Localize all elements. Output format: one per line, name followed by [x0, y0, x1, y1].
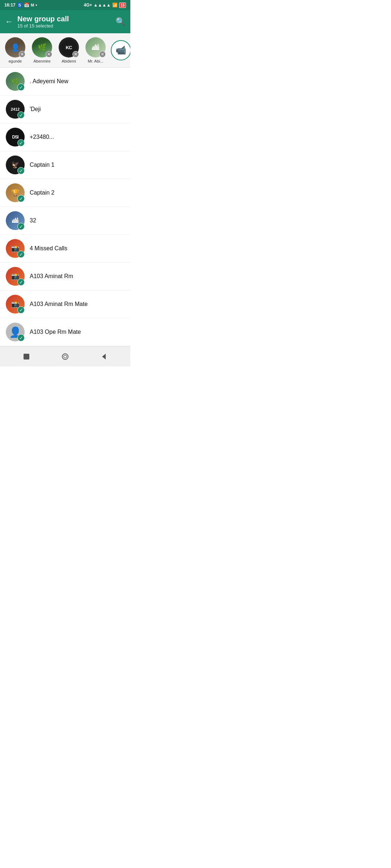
gmail-icon: M: [31, 3, 34, 7]
selected-chip-abenmire[interactable]: 🌿 ✕ Abenmire: [30, 37, 54, 63]
selected-check-9: ✓: [17, 306, 25, 314]
contact-item-deji[interactable]: 2412 ✓ 'Deji: [0, 95, 130, 123]
chip-avatar-wrap-4: 🏙 ✕: [85, 37, 106, 58]
selected-check-2: ✓: [17, 111, 25, 119]
selected-check-1: ✓: [17, 84, 25, 91]
selected-check-10: ✓: [17, 334, 25, 341]
status-bar: 16:17 S 📅 M • 4G+ ▲▲▲▲ 📶 15: [0, 0, 130, 10]
selected-check-6: ✓: [17, 223, 25, 230]
contact-item-4missed[interactable]: 📸 ✓ 4 Missed Calls: [0, 235, 130, 263]
contact-item-captain1[interactable]: 🦅 ✓ Captain 1: [0, 151, 130, 179]
selected-check-7: ✓: [17, 251, 25, 258]
contact-avatar-wrap-8: 📸 ✓: [6, 267, 25, 286]
contact-avatar-wrap-10: 👤 ✓: [6, 323, 25, 341]
selected-contacts-row: 👤 ✕ egunde 🌿 ✕ Abenmire KC ✕ Abidemi 🏙 ✕…: [0, 33, 130, 68]
contact-name-6: 32: [30, 217, 36, 224]
video-call-button[interactable]: 📹: [111, 40, 130, 60]
chip-avatar-wrap-2: 🌿 ✕: [32, 37, 52, 58]
status-right: 4G+ ▲▲▲▲ 📶 15: [84, 3, 126, 8]
nav-square-button[interactable]: [20, 350, 33, 363]
calendar-icon: 📅: [24, 3, 29, 8]
contact-avatar-wrap-6: 🏙 ✓: [6, 211, 25, 230]
contact-name-5: Captain 2: [30, 190, 55, 196]
contact-avatar-wrap-7: 📸 ✓: [6, 239, 25, 258]
status-left: 16:17 S 📅 M •: [4, 3, 37, 8]
contact-name-10: A103 Ope Rm Mate: [30, 329, 81, 335]
contact-name-9: A103 Aminat Rm Mate: [30, 301, 88, 307]
contact-name-7: 4 Missed Calls: [30, 245, 67, 252]
svg-rect-0: [24, 354, 29, 359]
contact-item-a103aminat[interactable]: 📸 ✓ A103 Aminat Rm: [0, 263, 130, 290]
chip-label-1: egunde: [9, 59, 22, 63]
nav-home-button[interactable]: [59, 350, 72, 363]
signal-icon: ▲▲▲▲: [93, 3, 111, 8]
contact-avatar-wrap-1: 🌿 ✓: [6, 72, 25, 91]
contact-avatar-wrap-2: 2412 ✓: [6, 100, 25, 119]
svg-point-1: [62, 354, 68, 359]
battery-icon: 15: [119, 3, 126, 8]
selection-count: 15 of 15 selected: [17, 23, 111, 29]
contact-item-23480[interactable]: DSI ✓ +23480...: [0, 123, 130, 151]
remove-badge-1[interactable]: ✕: [19, 51, 25, 58]
selected-check-3: ✓: [17, 139, 25, 146]
contact-avatar-wrap-5: 🏆 ✓: [6, 183, 25, 202]
remove-badge-2[interactable]: ✕: [46, 51, 52, 58]
svg-point-2: [64, 355, 67, 358]
contact-item-a103aminatmate[interactable]: 📸 ✓ A103 Aminat Rm Mate: [0, 290, 130, 318]
selected-chip-mrabi[interactable]: 🏙 ✕ Mr. Abi...: [84, 37, 107, 63]
selected-check-5: ✓: [17, 195, 25, 202]
app-bar: ← New group call 15 of 15 selected 🔍: [0, 10, 130, 33]
chip-label-4: Mr. Abi...: [88, 59, 104, 63]
chip-avatar-wrap-3: KC ✕: [59, 37, 79, 58]
contact-name-1: . Adeyemi New: [30, 78, 68, 85]
chip-label-3: Abidemi: [62, 59, 76, 63]
status-time: 16:17: [4, 3, 16, 8]
back-button[interactable]: ←: [5, 17, 13, 26]
network-indicator: 4G+: [84, 3, 92, 8]
contact-avatar-wrap-9: 📸 ✓: [6, 295, 25, 314]
svg-marker-3: [102, 354, 106, 359]
selected-chip-egunde[interactable]: 👤 ✕ egunde: [4, 37, 27, 63]
contact-name-3: +23480...: [30, 134, 54, 140]
chip-label-2: Abenmire: [33, 59, 50, 63]
contact-name-8: A103 Aminat Rm: [30, 273, 73, 280]
page-title: New group call: [17, 15, 111, 23]
contact-avatar-wrap-4: 🦅 ✓: [6, 156, 25, 174]
contact-item-32[interactable]: 🏙 ✓ 32: [0, 207, 130, 235]
remove-badge-4[interactable]: ✕: [99, 51, 106, 58]
contact-name-2: 'Deji: [30, 106, 41, 112]
selected-check-8: ✓: [17, 278, 25, 286]
wifi-icon: 📶: [112, 3, 118, 8]
samsung-icon: S: [17, 3, 22, 8]
contact-item-adeyemi[interactable]: 🌿 ✓ . Adeyemi New: [0, 68, 130, 95]
bottom-nav: [0, 346, 130, 366]
search-button[interactable]: 🔍: [115, 17, 125, 26]
contact-name-4: Captain 1: [30, 162, 55, 168]
nav-back-button[interactable]: [97, 350, 110, 363]
selected-chip-abidemi[interactable]: KC ✕ Abidemi: [57, 37, 80, 63]
app-bar-title: New group call 15 of 15 selected: [17, 15, 111, 29]
chip-avatar-wrap-1: 👤 ✕: [5, 37, 25, 58]
contact-item-a103ope[interactable]: 👤 ✓ A103 Ope Rm Mate: [0, 318, 130, 346]
contact-list: 🌿 ✓ . Adeyemi New 2412 ✓ 'Deji DSI ✓ +23…: [0, 68, 130, 346]
selected-check-4: ✓: [17, 167, 25, 174]
dot-indicator: •: [35, 3, 37, 8]
contact-avatar-wrap-3: DSI ✓: [6, 128, 25, 146]
contact-item-captain2[interactable]: 🏆 ✓ Captain 2: [0, 179, 130, 207]
remove-badge-3[interactable]: ✕: [72, 51, 79, 58]
